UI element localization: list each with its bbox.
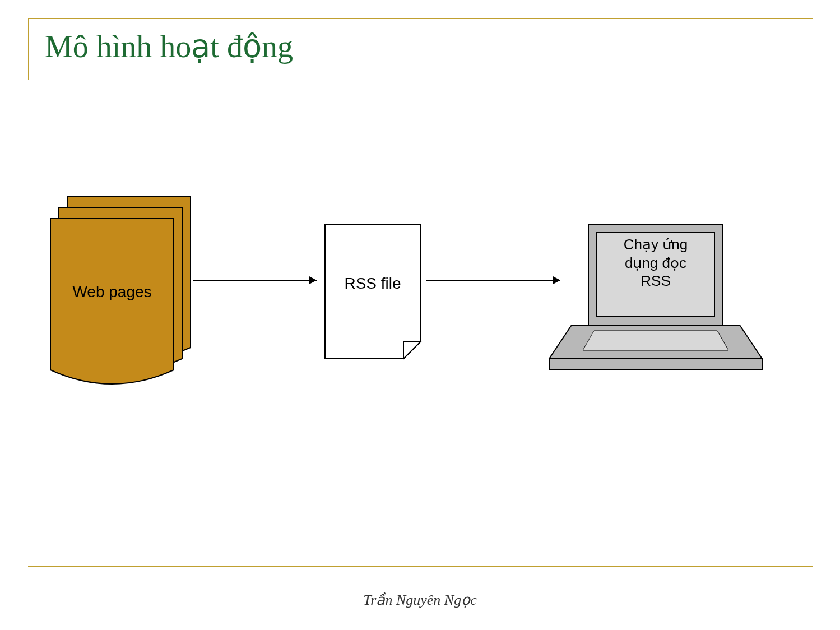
laptop-label-line1: Chạy ứng (624, 236, 688, 253)
author-footer: Trần Nguyên Ngọc (0, 591, 840, 609)
laptop-label-line3: RSS (641, 272, 670, 289)
svg-marker-8 (583, 331, 728, 350)
laptop-label-line2: dụng đọc (625, 254, 686, 271)
laptop-icon (0, 0, 840, 630)
svg-marker-7 (549, 359, 762, 370)
flow-diagram: Web pages RSS file Chạy ứng dụng đọc RSS (0, 0, 840, 630)
laptop-label: Chạy ứng dụng đọc RSS (597, 235, 714, 290)
